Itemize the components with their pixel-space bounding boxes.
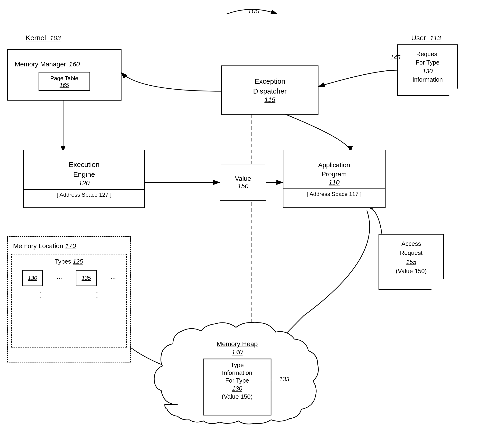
vertical-dots: ⋮ ⋮	[15, 291, 123, 299]
svg-text:Type: Type	[231, 361, 244, 369]
type-130-box: 130	[22, 270, 43, 286]
types-items: 130 ··· 135 ···	[15, 270, 123, 286]
types-label: Types 125	[15, 258, 123, 265]
svg-text:130: 130	[232, 385, 242, 392]
page-table-box: Page Table 165	[39, 72, 90, 91]
memory-manager-box: Memory Manager 160 Page Table 165	[7, 49, 122, 100]
execution-engine-box: ExecutionEngine 120 [ Address Space 127 …	[23, 150, 145, 208]
svg-text:Information: Information	[222, 369, 252, 376]
request-ref-label: 145	[390, 54, 400, 61]
memory-location-label: Memory Location 170	[11, 241, 127, 252]
memory-heap-cloud: Memory Heap 140 Type Information For Typ…	[149, 316, 325, 431]
types-box: Types 125 130 ··· 135 ··· ⋮ ⋮	[11, 254, 127, 348]
svg-text:(Value 150): (Value 150)	[222, 393, 253, 400]
application-program-box: ApplicationProgram 110 [ Address Space 1…	[283, 150, 386, 208]
value-number: 150	[238, 182, 249, 190]
exception-dispatcher-box: ExceptionDispatcher 115	[221, 66, 318, 115]
svg-text:133: 133	[279, 376, 290, 383]
exception-dispatcher-label: ExceptionDispatcher	[253, 77, 286, 96]
execution-engine-number: 120	[79, 179, 90, 187]
type-135-box: 135	[76, 270, 97, 286]
execution-engine-address: [ Address Space 127 ]	[24, 189, 144, 198]
execution-engine-label: ExecutionEngine	[69, 160, 100, 179]
memory-location-box: Memory Location 170 Types 125 130 ··· 13…	[7, 236, 131, 362]
diagram-container: 100 Kernel 103 User 113 Memory Manager 1…	[0, 0, 504, 438]
svg-text:140: 140	[232, 349, 243, 356]
application-program-address: [ Address Space 117 ]	[284, 188, 385, 197]
dots-2: ···	[110, 274, 116, 282]
kernel-label: Kernel 103	[26, 34, 61, 42]
application-program-label: ApplicationProgram	[318, 160, 350, 179]
svg-text:Memory Heap: Memory Heap	[217, 340, 258, 348]
application-program-number: 110	[329, 179, 340, 186]
exception-dispatcher-number: 115	[264, 96, 275, 104]
dots-1: ···	[57, 274, 62, 282]
access-request-box: AccessRequest 155 (Value 150)	[378, 234, 444, 290]
value-label: Value	[235, 175, 251, 182]
top-label: 100	[248, 7, 259, 15]
user-label: User 113	[411, 34, 441, 42]
value-box: Value 150	[220, 164, 266, 201]
svg-text:For Type: For Type	[225, 377, 249, 384]
request-for-type-box: RequestFor Type130Information	[397, 44, 458, 96]
